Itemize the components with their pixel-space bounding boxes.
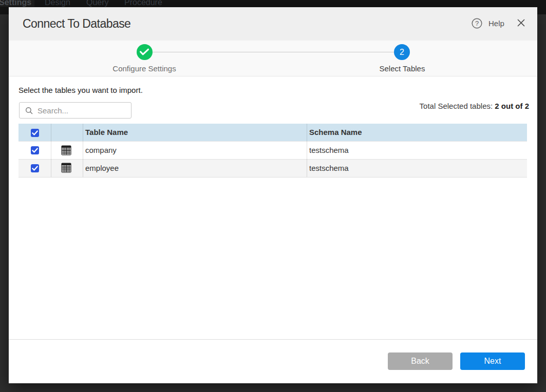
svg-text:?: ? xyxy=(475,19,479,27)
